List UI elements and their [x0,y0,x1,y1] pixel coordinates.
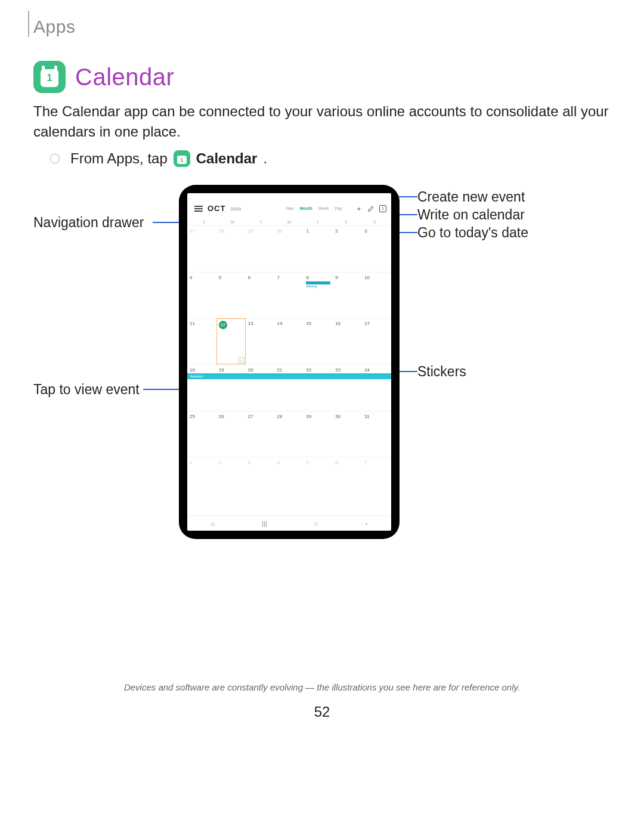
day-cell[interactable]: 6 [246,272,275,318]
step-app-name: Calendar [196,150,258,167]
step-period: . [263,150,267,167]
weekday: M [218,220,247,224]
day-cell[interactable]: 24 [362,365,391,411]
day-cell[interactable]: 27 [187,226,216,272]
day-cell[interactable]: 9 [333,272,362,318]
day-cell[interactable]: 3 [362,226,391,272]
callout-write-cal: Write on calendar [417,207,525,223]
back-icon[interactable]: ‹ [366,520,368,527]
month-label[interactable]: OCT [208,204,225,213]
day-cell[interactable]: 21 [275,365,304,411]
day-cell[interactable]: 22 [304,365,333,411]
tablet-frame: OCT 2020 Year Month Week Day + 1 S [179,185,400,539]
day-cell[interactable]: 18 [187,365,216,411]
view-month[interactable]: Month [300,206,312,210]
page-title-row: 1 Calendar [33,61,174,93]
annotated-figure: Navigation drawer Tap to view event Crea… [33,185,611,555]
day-cell[interactable]: 29 [304,411,333,457]
day-cell[interactable]: 28 [216,226,246,272]
add-event-icon[interactable]: + [355,205,363,212]
view-day[interactable]: Day [335,206,342,210]
year-label: 2020 [230,206,241,212]
sticker-icon[interactable]: ✎ [239,357,244,363]
day-cell[interactable]: 26 [216,411,246,457]
day-cell[interactable]: 16 [333,318,362,364]
menu-bar-icon[interactable]: ||| [262,520,267,527]
calendar-icon-day: 1 [41,69,58,87]
today-cell[interactable]: 12 ✎ [216,318,246,364]
view-week[interactable]: Week [318,206,329,210]
day-cell[interactable]: 4 [275,457,304,503]
day-cell[interactable]: 29 [246,226,275,272]
day-cell[interactable]: 20 [246,365,275,411]
callout-stickers: Stickers [417,364,466,380]
weekday: T [304,220,332,224]
step-prefix: From Apps, tap [70,150,168,167]
day-cell[interactable]: 25 [187,411,216,457]
day-cell[interactable]: 5 [216,272,246,318]
multi-day-event[interactable]: Vacation [187,373,391,379]
calendar-app-icon: 1 [33,61,66,93]
day-cell[interactable]: 5 [304,457,333,503]
day-cell[interactable]: 30 [275,226,304,272]
weekday: W [275,220,304,224]
page-number: 52 [0,704,644,720]
day-cell[interactable]: 2 [216,457,246,503]
calendar-inline-icon: 1 [174,150,190,167]
view-switcher: Year Month Week Day [286,206,342,210]
weekday: T [246,220,275,224]
pen-icon[interactable] [367,205,374,212]
event-label: Meeting [306,284,330,288]
bullet-icon [50,154,60,163]
today-icon[interactable]: 1 [379,205,386,212]
header-rule [28,11,29,37]
day-cell[interactable]: 19 [216,365,246,411]
day-cell[interactable]: 23 [333,365,362,411]
day-number: 8 [306,275,308,280]
home-icon[interactable]: ○ [314,520,318,527]
day-cell[interactable]: 1 [187,457,216,503]
day-cell[interactable]: 7 [275,272,304,318]
callout-tap-event: Tap to view event [33,382,140,398]
day-cell[interactable]: 11 [187,318,216,364]
status-bar [187,193,391,199]
day-cell[interactable]: 14 [275,318,304,364]
page-title: Calendar [75,64,174,91]
callout-create-event: Create new event [417,189,525,205]
intro-paragraph: The Calendar app can be connected to you… [33,101,611,141]
day-cell[interactable]: 1 [304,226,333,272]
day-cell[interactable]: 15 [304,318,333,364]
day-cell[interactable]: 6 [333,457,362,503]
week-row: 25 26 27 28 29 30 31 [187,411,391,457]
calendar-header: OCT 2020 Year Month Week Day + 1 [187,199,391,218]
recents-icon[interactable]: ⌂ [211,520,215,527]
android-navbar: ⌂ ||| ○ ‹ [187,515,391,531]
weekday: F [332,220,361,224]
instruction-step: From Apps, tap 1 Calendar. [50,150,267,167]
week-row: 27 28 29 30 1 2 3 [187,225,391,272]
day-cell[interactable]: 8 Meeting [304,272,333,318]
day-cell[interactable]: 2 [333,226,362,272]
callout-nav-drawer: Navigation drawer [33,215,144,231]
callout-today: Go to today's date [417,225,528,241]
day-cell[interactable]: 31 [362,411,391,457]
day-cell[interactable]: 17 [362,318,391,364]
day-cell[interactable]: 3 [246,457,275,503]
day-cell[interactable]: 4 [187,272,216,318]
weekday: S [190,220,218,224]
week-row: 18 19 20 21 22 23 24 Vacation [187,364,391,411]
section-header: Apps [33,17,75,37]
day-cell[interactable]: 13 [246,318,275,364]
menu-icon[interactable] [194,206,203,212]
day-cell[interactable]: 28 [275,411,304,457]
view-year[interactable]: Year [286,206,294,210]
week-row: 4 5 6 7 8 Meeting 9 10 [187,272,391,318]
header-action-icons: + 1 [355,205,386,212]
tablet-screen: OCT 2020 Year Month Week Day + 1 S [187,193,391,531]
week-row: 11 12 ✎ 13 14 15 16 17 [187,318,391,364]
day-cell[interactable]: 7 [362,457,391,503]
day-cell[interactable]: 27 [246,411,275,457]
day-cell[interactable]: 10 [362,272,391,318]
weekday-row: S M T W T F S [187,218,391,225]
day-cell[interactable]: 30 [333,411,362,457]
